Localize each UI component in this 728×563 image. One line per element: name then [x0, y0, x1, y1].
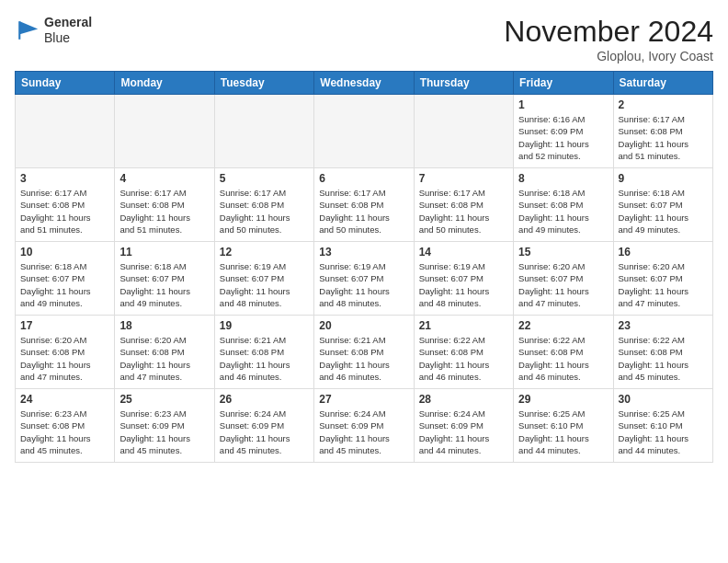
- week-row-2: 3Sunrise: 6:17 AM Sunset: 6:08 PM Daylig…: [16, 168, 713, 242]
- day-cell: 10Sunrise: 6:18 AM Sunset: 6:07 PM Dayli…: [16, 242, 115, 316]
- day-number: 2: [619, 98, 708, 111]
- day-info: Sunrise: 6:20 AM Sunset: 6:07 PM Dayligh…: [518, 260, 608, 309]
- day-number: 24: [20, 393, 109, 406]
- day-info: Sunrise: 6:18 AM Sunset: 6:07 PM Dayligh…: [619, 187, 708, 236]
- day-cell: 21Sunrise: 6:22 AM Sunset: 6:08 PM Dayli…: [414, 316, 513, 389]
- day-info: Sunrise: 6:19 AM Sunset: 6:07 PM Dayligh…: [220, 260, 309, 309]
- day-cell: 19Sunrise: 6:21 AM Sunset: 6:08 PM Dayli…: [214, 316, 313, 389]
- day-cell: 16Sunrise: 6:20 AM Sunset: 6:07 PM Dayli…: [613, 242, 712, 316]
- day-cell: 28Sunrise: 6:24 AM Sunset: 6:09 PM Dayli…: [414, 389, 513, 463]
- weekday-header-thursday: Thursday: [414, 72, 513, 95]
- day-number: 9: [619, 172, 708, 185]
- day-number: 3: [20, 172, 109, 185]
- day-number: 15: [518, 246, 608, 259]
- header: General Blue November 2024 Gloplou, Ivor…: [15, 15, 713, 63]
- day-info: Sunrise: 6:24 AM Sunset: 6:09 PM Dayligh…: [220, 408, 309, 456]
- day-info: Sunrise: 6:17 AM Sunset: 6:08 PM Dayligh…: [319, 187, 408, 236]
- weekday-header-wednesday: Wednesday: [314, 72, 414, 95]
- week-row-1: 1Sunrise: 6:16 AM Sunset: 6:09 PM Daylig…: [16, 95, 713, 168]
- day-info: Sunrise: 6:20 AM Sunset: 6:08 PM Dayligh…: [119, 334, 209, 383]
- weekday-header-sunday: Sunday: [16, 72, 115, 95]
- day-info: Sunrise: 6:18 AM Sunset: 6:08 PM Dayligh…: [518, 187, 608, 236]
- day-cell: 22Sunrise: 6:22 AM Sunset: 6:08 PM Dayli…: [514, 316, 613, 389]
- day-number: 6: [319, 172, 408, 185]
- day-number: 13: [319, 246, 408, 259]
- day-info: Sunrise: 6:17 AM Sunset: 6:08 PM Dayligh…: [220, 187, 309, 236]
- weekday-header-friday: Friday: [514, 72, 613, 95]
- day-number: 1: [518, 98, 608, 111]
- day-number: 20: [319, 319, 408, 332]
- day-cell: 13Sunrise: 6:19 AM Sunset: 6:07 PM Dayli…: [314, 242, 414, 316]
- day-number: 12: [220, 246, 309, 259]
- day-number: 25: [119, 393, 209, 406]
- week-row-4: 17Sunrise: 6:20 AM Sunset: 6:08 PM Dayli…: [16, 316, 713, 389]
- day-number: 30: [619, 393, 708, 406]
- day-info: Sunrise: 6:21 AM Sunset: 6:08 PM Dayligh…: [220, 334, 309, 383]
- day-info: Sunrise: 6:22 AM Sunset: 6:08 PM Dayligh…: [619, 334, 708, 383]
- weekday-header-row: SundayMondayTuesdayWednesdayThursdayFrid…: [16, 72, 713, 95]
- day-cell: [115, 95, 214, 168]
- day-number: 17: [20, 319, 109, 332]
- day-info: Sunrise: 6:19 AM Sunset: 6:07 PM Dayligh…: [419, 260, 508, 309]
- day-cell: 20Sunrise: 6:21 AM Sunset: 6:08 PM Dayli…: [314, 316, 414, 389]
- day-number: 28: [419, 393, 508, 406]
- day-cell: 12Sunrise: 6:19 AM Sunset: 6:07 PM Dayli…: [214, 242, 313, 316]
- day-number: 23: [619, 319, 708, 332]
- day-cell: [314, 95, 414, 168]
- day-info: Sunrise: 6:21 AM Sunset: 6:08 PM Dayligh…: [319, 334, 408, 383]
- day-info: Sunrise: 6:18 AM Sunset: 6:07 PM Dayligh…: [20, 260, 109, 309]
- day-cell: 24Sunrise: 6:23 AM Sunset: 6:08 PM Dayli…: [16, 389, 115, 463]
- day-cell: [16, 95, 115, 168]
- day-info: Sunrise: 6:23 AM Sunset: 6:08 PM Dayligh…: [20, 408, 109, 456]
- day-cell: 11Sunrise: 6:18 AM Sunset: 6:07 PM Dayli…: [115, 242, 214, 316]
- day-number: 29: [518, 393, 608, 406]
- day-number: 7: [419, 172, 508, 185]
- title-block: November 2024 Gloplou, Ivory Coast: [504, 15, 713, 63]
- day-number: 19: [220, 319, 309, 332]
- month-title: November 2024: [504, 15, 713, 49]
- day-cell: [414, 95, 513, 168]
- week-row-5: 24Sunrise: 6:23 AM Sunset: 6:08 PM Dayli…: [16, 389, 713, 463]
- day-number: 16: [619, 246, 708, 259]
- day-number: 14: [419, 246, 508, 259]
- day-cell: 14Sunrise: 6:19 AM Sunset: 6:07 PM Dayli…: [414, 242, 513, 316]
- day-cell: [214, 95, 313, 168]
- day-info: Sunrise: 6:20 AM Sunset: 6:07 PM Dayligh…: [619, 260, 708, 309]
- day-number: 26: [220, 393, 309, 406]
- logo: General Blue: [15, 15, 92, 46]
- day-info: Sunrise: 6:17 AM Sunset: 6:08 PM Dayligh…: [419, 187, 508, 236]
- day-info: Sunrise: 6:17 AM Sunset: 6:08 PM Dayligh…: [619, 113, 708, 162]
- day-info: Sunrise: 6:22 AM Sunset: 6:08 PM Dayligh…: [518, 334, 608, 383]
- day-cell: 2Sunrise: 6:17 AM Sunset: 6:08 PM Daylig…: [613, 95, 712, 168]
- day-info: Sunrise: 6:17 AM Sunset: 6:08 PM Dayligh…: [20, 187, 109, 236]
- day-number: 8: [518, 172, 608, 185]
- day-info: Sunrise: 6:24 AM Sunset: 6:09 PM Dayligh…: [419, 408, 508, 456]
- day-info: Sunrise: 6:23 AM Sunset: 6:09 PM Dayligh…: [119, 408, 209, 456]
- day-number: 27: [319, 393, 408, 406]
- day-cell: 8Sunrise: 6:18 AM Sunset: 6:08 PM Daylig…: [514, 168, 613, 242]
- day-cell: 27Sunrise: 6:24 AM Sunset: 6:09 PM Dayli…: [314, 389, 414, 463]
- weekday-header-saturday: Saturday: [613, 72, 712, 95]
- day-info: Sunrise: 6:24 AM Sunset: 6:09 PM Dayligh…: [319, 408, 408, 456]
- day-info: Sunrise: 6:25 AM Sunset: 6:10 PM Dayligh…: [619, 408, 708, 456]
- weekday-header-monday: Monday: [115, 72, 214, 95]
- day-cell: 18Sunrise: 6:20 AM Sunset: 6:08 PM Dayli…: [115, 316, 214, 389]
- day-info: Sunrise: 6:16 AM Sunset: 6:09 PM Dayligh…: [518, 113, 608, 162]
- day-info: Sunrise: 6:22 AM Sunset: 6:08 PM Dayligh…: [419, 334, 508, 383]
- day-cell: 25Sunrise: 6:23 AM Sunset: 6:09 PM Dayli…: [115, 389, 214, 463]
- day-number: 18: [119, 319, 209, 332]
- day-number: 21: [419, 319, 508, 332]
- day-number: 22: [518, 319, 608, 332]
- week-row-3: 10Sunrise: 6:18 AM Sunset: 6:07 PM Dayli…: [16, 242, 713, 316]
- day-cell: 1Sunrise: 6:16 AM Sunset: 6:09 PM Daylig…: [514, 95, 613, 168]
- day-info: Sunrise: 6:19 AM Sunset: 6:07 PM Dayligh…: [319, 260, 408, 309]
- page: General Blue November 2024 Gloplou, Ivor…: [0, 0, 728, 472]
- day-cell: 9Sunrise: 6:18 AM Sunset: 6:07 PM Daylig…: [613, 168, 712, 242]
- day-cell: 30Sunrise: 6:25 AM Sunset: 6:10 PM Dayli…: [613, 389, 712, 463]
- day-cell: 5Sunrise: 6:17 AM Sunset: 6:08 PM Daylig…: [214, 168, 313, 242]
- svg-rect-2: [18, 21, 20, 40]
- calendar: SundayMondayTuesdayWednesdayThursdayFrid…: [15, 71, 713, 463]
- weekday-header-tuesday: Tuesday: [214, 72, 313, 95]
- day-cell: 15Sunrise: 6:20 AM Sunset: 6:07 PM Dayli…: [514, 242, 613, 316]
- day-cell: 26Sunrise: 6:24 AM Sunset: 6:09 PM Dayli…: [214, 389, 313, 463]
